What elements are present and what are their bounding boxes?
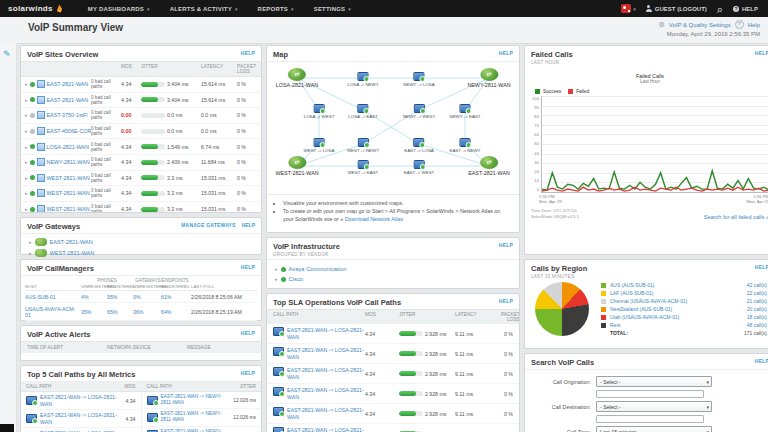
map-node-router[interactable]: ⇄WEST-2821-WAN [275,156,318,176]
network-map[interactable]: ⇄LOSA-2821-WAN ⇄NEWY-2811-WAN ⇄WEST-2821… [267,61,519,194]
callmanager-row[interactable]: USAUS-AVAYA-ACM-01 35% 65% 36% 64% 2/26/… [25,303,257,321]
call-path-link[interactable]: EAST-2821-WAN -> LOSA-2821-WAN [287,347,365,360]
nav-my-dashboards[interactable]: MY DASHBOARDS▾ [79,0,159,17]
sla-row[interactable]: EAST-2821-WAN -> LOSA-2821-WAN 4.34 2.92… [267,324,519,344]
edit-page-icon[interactable]: ✎ [3,49,11,59]
map-node-path[interactable]: WEST -> EAST [348,160,379,175]
region-legend-row[interactable]: NewZealand (AUS-SUB-01) 20 call(s) [601,305,767,313]
call-path-link[interactable]: EAST-2821-WAN -> LOSA-2821-WAN [287,367,365,380]
site-row[interactable]: ▸ EAST-4506E-CORE 0 bad call paths 0.00 … [21,124,261,140]
help-link[interactable]: HELP [241,370,255,376]
call-origination-select[interactable]: - Select - [596,376,712,387]
region-link[interactable]: LAF (AUS-SUB-01) [610,290,743,296]
call-destination-input[interactable] [596,415,704,423]
map-node-path[interactable]: EAST -> WEST [404,160,435,175]
region-legend-row[interactable]: Chennai (USAUS-AVAYA-ACM-01) 21 call(s) [601,297,767,305]
callmanager-host-link[interactable]: AUS-SUB-01 [25,294,81,300]
site-row[interactable]: ▸ LOSA-2821-WAN 0 bad call paths 4.34 1.… [21,139,261,155]
sla-row[interactable]: EAST-2821-WAN -> LOSA-2821-WAN 4.34 2.92… [267,364,519,384]
map-node-path[interactable]: EAST -> LOSA [404,138,434,153]
site-link[interactable]: EAST-2821-WAN [47,97,89,103]
expand-icon[interactable]: ▸ [25,190,28,196]
call-path-link[interactable]: EAST-2821-WAN -> LOSA-2821-WAN [40,394,122,407]
gateway-link[interactable]: WEST-2821-WAN [50,250,95,256]
expand-icon[interactable]: ▸ [25,97,28,103]
call-path-link[interactable]: EAST-2821-WAN -> NEWY-2811-WAN [161,429,231,432]
site-link[interactable]: EAST-4506E-CORE [47,128,91,134]
help-link[interactable]: HELP [499,50,513,56]
sla-row[interactable]: EAST-2821-WAN -> LOSA-2821-WAN 4.34 2.92… [267,344,519,364]
site-row[interactable]: ▸ EAST-2821-WAN 0 bad call paths 4.34 3.… [21,77,261,93]
region-link[interactable]: Chennai (USAUS-AVAYA-ACM-01) [610,298,743,304]
call-destination-select[interactable]: - Select - [596,401,712,412]
call-path-row[interactable]: EAST-2821-WAN -> LOSA-2821-WAN 4.34 [21,428,141,432]
call-path-row[interactable]: EAST-2821-WAN -> NEWY-2811-WAN 12.026 ms [142,392,262,409]
site-row[interactable]: ▸ EAST-2821-WAN 0 bad call paths 4.34 3.… [21,93,261,109]
vendor-link[interactable]: Cisco [289,276,304,282]
search-failed-calls-link[interactable]: Search for all failed calls » [704,214,768,220]
call-path-row[interactable]: EAST-2821-WAN -> NEWY-2811-WAN 12.026 ms [142,427,262,432]
call-time-select[interactable]: Last 15 minutes [596,426,712,432]
callmanager-host-link[interactable]: USAUS-AVAYA-ACM-01 [25,306,81,318]
map-node-path[interactable]: NEWY -> LOSA [403,72,434,87]
site-row[interactable]: ▸ NEWY-2811-WAN 0 bad call paths 4.34 2.… [21,155,261,171]
call-path-row[interactable]: EAST-2821-WAN -> NEWY-2811-WAN 12.026 ms [142,409,262,426]
gateway-item[interactable]: ▸ WEST-2821-WAN [29,247,255,258]
help-link[interactable]: HELP [755,264,768,273]
help-link[interactable]: HELP [755,50,768,59]
region-pie[interactable] [535,282,589,336]
expand-icon[interactable]: ▸ [275,266,278,272]
map-node-path[interactable]: NEWY -> EAST [449,104,480,119]
help-link[interactable]: HELP [241,330,255,336]
help-link[interactable]: HELP [241,264,255,270]
expand-icon[interactable]: ▸ [29,239,32,245]
sla-row[interactable]: EAST-2821-WAN -> LOSA-2821-WAN 4.34 2.92… [267,384,519,404]
site-row[interactable]: ▸ EAST-3750-1stFl 0 bad call paths 0.00 … [21,108,261,124]
region-link[interactable]: Rest [610,322,743,328]
nav-alerts-activity[interactable]: ALERTS & ACTIVITY▾ [161,0,247,17]
map-node-path[interactable]: EAST -> NEWY [449,138,480,153]
map-node-path[interactable]: WEST -> NEWY [347,138,379,153]
site-link[interactable]: WEST-2821-WAN [47,190,90,196]
map-node-path[interactable]: LOSA -> EAST [348,104,377,119]
site-link[interactable]: EAST-2821-WAN [47,81,89,87]
call-path-link[interactable]: EAST-2821-WAN -> LOSA-2821-WAN [40,412,122,425]
site-link[interactable]: WEST-2821-WAN [47,206,90,212]
callmanager-row[interactable]: AUS-SUB-01 4% 95% 0% 61% 2/26/2018 8:25:… [25,291,257,303]
gateway-link[interactable]: EAST-2821-WAN [50,239,93,245]
region-link[interactable]: NewZealand (AUS-SUB-01) [610,306,743,312]
site-link[interactable]: WEST-2821-WAN [47,175,90,181]
sla-row[interactable]: EAST-2821-WAN -> LOSA-2821-WAN 4.34 2.92… [267,404,519,424]
search-icon[interactable]: ⌕ [717,4,723,14]
call-path-row[interactable]: EAST-2821-WAN -> LOSA-2821-WAN 4.34 [21,392,141,410]
map-node-path[interactable]: LOSA -> WEST [304,104,335,119]
nav-settings[interactable]: SETTINGS▾ [305,0,360,17]
vendor-item[interactable]: ▸ Avaya Communication [275,264,511,274]
call-origination-input[interactable] [596,390,704,398]
solarwinds-logo[interactable]: solarwinds [8,4,53,13]
help-link[interactable]: HELP [499,298,513,304]
vendor-link[interactable]: Avaya Communication [289,266,347,272]
expand-icon[interactable]: ▸ [275,276,278,282]
help-link[interactable]: HELP [242,222,255,228]
call-path-link[interactable]: EAST-2821-WAN -> LOSA-2821-WAN [287,387,365,400]
region-legend-row[interactable]: AUS (AUS-SUB-01) 42 call(s) [601,281,767,289]
map-node-router[interactable]: ⇄EAST-2821-WAN [468,156,510,176]
region-legend-row[interactable]: Utah (USAUS-AVAYA-ACM-01) 18 call(s) [601,313,767,321]
region-link[interactable]: Utah (USAUS-AVAYA-ACM-01) [610,314,743,320]
expand-icon[interactable]: ▸ [25,175,28,181]
nav-reports[interactable]: REPORTS▾ [249,0,303,17]
site-link[interactable]: NEWY-2811-WAN [47,159,90,165]
expand-icon[interactable]: ▸ [25,112,28,118]
call-path-link[interactable]: EAST-2821-WAN -> LOSA-2821-WAN [287,407,365,420]
call-path-link[interactable]: EAST-2821-WAN -> NEWY-2811-WAN [161,411,231,423]
expand-icon[interactable]: ▸ [25,206,28,212]
map-node-path[interactable]: WEST -> LOSA [304,138,335,153]
call-path-link[interactable]: EAST-2821-WAN -> LOSA-2821-WAN [287,427,365,432]
call-path-link[interactable]: EAST-2821-WAN -> NEWY-2811-WAN [161,394,231,406]
expand-icon[interactable]: ▸ [25,144,28,150]
expand-icon[interactable]: ▸ [25,81,28,87]
map-node-router[interactable]: ⇄NEWY-2811-WAN [467,68,510,88]
region-link[interactable]: AUS (AUS-SUB-01) [610,282,743,288]
map-node-path[interactable]: NEWY -> WEST [403,104,435,119]
